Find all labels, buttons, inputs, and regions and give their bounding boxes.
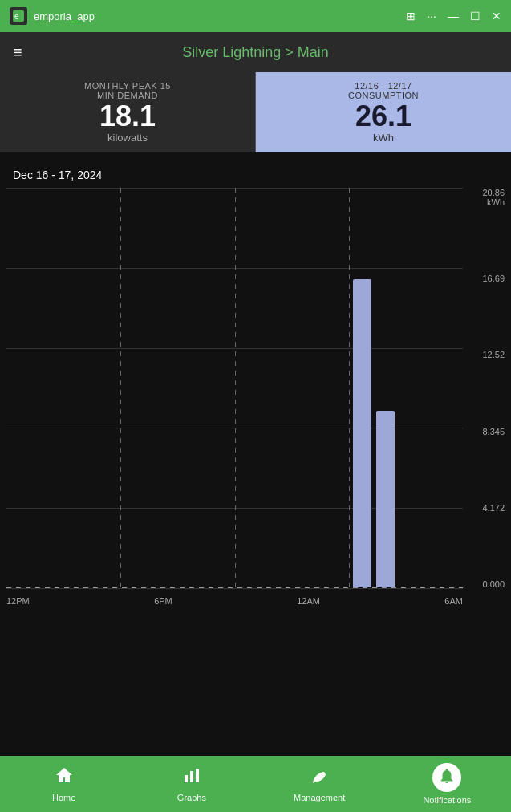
x-label-1: 12PM bbox=[6, 596, 30, 606]
graphs-icon bbox=[182, 765, 201, 790]
nav-graphs[interactable]: Graphs bbox=[128, 756, 255, 812]
bar-2 bbox=[376, 411, 395, 587]
consumption-stat: 12/16 - 12/17 CONSUMPTION 26.1 kWh bbox=[256, 72, 511, 152]
x-axis: 12PM 6PM 12AM 6AM bbox=[6, 589, 463, 613]
monthly-peak-label1: MONTHLY PEAK 15 bbox=[84, 81, 171, 91]
monthly-peak-value: 18.1 bbox=[99, 100, 156, 132]
dashed-baseline bbox=[6, 587, 463, 588]
stats-row: MONTHLY PEAK 15 MIN DEMAND 18.1 kilowatt… bbox=[0, 72, 511, 152]
more-icon[interactable]: ··· bbox=[427, 10, 436, 22]
monthly-peak-label2: MIN DEMAND bbox=[97, 91, 158, 100]
monthly-peak-stat: MONTHLY PEAK 15 MIN DEMAND 18.1 kilowatt… bbox=[0, 72, 256, 152]
title-bar: e emporia_app ⊞ ··· — ☐ ✕ bbox=[0, 0, 511, 32]
svg-text:e: e bbox=[14, 12, 19, 21]
chart-date: Dec 16 - 17, 2024 bbox=[0, 160, 511, 188]
vert-dashed-1 bbox=[120, 188, 121, 588]
nav-home[interactable]: Home bbox=[0, 756, 128, 812]
y-label-top: 20.86kWh bbox=[482, 188, 505, 207]
home-icon bbox=[55, 765, 74, 790]
y-label-5: 4.172 bbox=[482, 503, 505, 513]
menu-button[interactable]: ≡ bbox=[13, 43, 22, 62]
consumption-value: 26.1 bbox=[355, 100, 412, 132]
consumption-date: 12/16 - 12/17 bbox=[355, 81, 412, 91]
y-label-3: 12.52 bbox=[482, 350, 505, 359]
x-label-3: 12AM bbox=[297, 596, 320, 606]
y-label-2: 16.69 bbox=[482, 274, 505, 283]
window-controls: ⊞ ··· — ☐ ✕ bbox=[406, 10, 501, 22]
chart-area: Dec 16 - 17, 2024 20.86kWh 16.69 12.52 8… bbox=[0, 152, 511, 775]
svg-rect-4 bbox=[196, 769, 199, 782]
minimize-icon[interactable]: — bbox=[448, 10, 459, 22]
x-label-2: 6PM bbox=[154, 596, 172, 606]
nav-notifications[interactable]: Notifications bbox=[383, 756, 511, 812]
vert-dashed-2 bbox=[235, 188, 236, 588]
svg-rect-2 bbox=[185, 775, 188, 782]
y-label-4: 8.345 bbox=[482, 427, 505, 436]
bottom-nav: Home Graphs Management bbox=[0, 756, 511, 812]
close-icon[interactable]: ✕ bbox=[492, 10, 501, 22]
consumption-unit: kWh bbox=[373, 132, 394, 144]
x-label-4: 6AM bbox=[444, 596, 463, 606]
nav-management-label: Management bbox=[294, 793, 345, 802]
vert-dashed-3 bbox=[349, 188, 350, 588]
y-label-bottom: 0.000 bbox=[482, 579, 505, 589]
consumption-label: CONSUMPTION bbox=[348, 91, 419, 100]
svg-rect-3 bbox=[190, 771, 193, 782]
nav-management[interactable]: Management bbox=[256, 756, 383, 812]
y-axis: 20.86kWh 16.69 12.52 8.345 4.172 0.000 bbox=[464, 188, 505, 589]
chart-inner bbox=[6, 188, 463, 589]
management-icon bbox=[310, 765, 329, 790]
bar-1 bbox=[353, 279, 371, 587]
nav-notifications-label: Notifications bbox=[423, 795, 471, 805]
app-icon: e bbox=[10, 7, 27, 25]
save-icon[interactable]: ⊞ bbox=[406, 10, 416, 22]
nav-graphs-label: Graphs bbox=[177, 793, 206, 802]
app-name: emporia_app bbox=[34, 10, 95, 22]
notifications-icon bbox=[438, 767, 456, 789]
maximize-icon[interactable]: ☐ bbox=[470, 10, 481, 22]
chart-container: 20.86kWh 16.69 12.52 8.345 4.172 0.000 bbox=[0, 188, 511, 613]
monthly-peak-unit: kilowatts bbox=[107, 132, 148, 144]
header: ≡ Silver Lightning > Main bbox=[0, 32, 511, 72]
page-title: Silver Lightning > Main bbox=[182, 44, 329, 61]
nav-home-label: Home bbox=[52, 793, 75, 802]
notifications-icon-wrap bbox=[432, 763, 461, 792]
